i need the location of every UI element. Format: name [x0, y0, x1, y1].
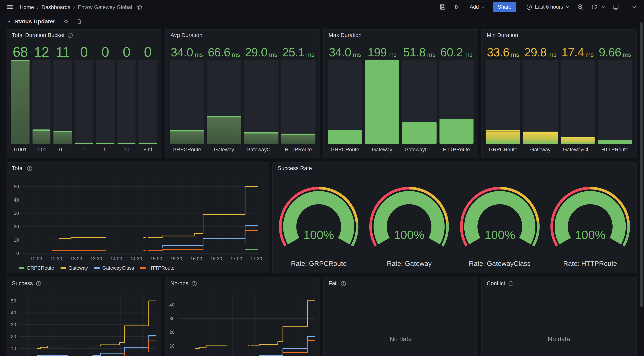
info-icon[interactable] [68, 32, 73, 38]
svg-text:50: 50 [14, 184, 19, 189]
bar-fill [328, 130, 362, 144]
bar-value: 0 [75, 42, 93, 59]
svg-text:50: 50 [11, 298, 16, 303]
bar-value: 34.0ms [170, 42, 204, 59]
svg-text:17:30: 17:30 [250, 256, 262, 261]
row-title[interactable]: Status Updater [14, 18, 55, 25]
info-icon[interactable] [508, 281, 514, 286]
bar-value: 25.1ms [281, 42, 316, 59]
bar-value: 199ms [365, 42, 399, 59]
bar-gauge-cell: 34.0msGRPCRoute [328, 42, 362, 154]
panel-title[interactable]: Total Duration Bucket [12, 32, 64, 38]
bar-fill [439, 119, 474, 144]
gauge-label: Rate: Gateway [387, 260, 432, 268]
refresh-icon[interactable] [590, 2, 599, 12]
svg-text:30: 30 [11, 322, 16, 327]
menu-toggle-icon[interactable] [5, 2, 15, 12]
breadcrumb-separator: › [37, 4, 38, 10]
row-collapse-chevron-icon[interactable] [6, 19, 11, 24]
panel-title[interactable]: Min Duration [487, 32, 518, 38]
row-settings-gear-icon[interactable] [61, 17, 71, 26]
panel-title[interactable]: Success Rate [278, 165, 312, 171]
save-dashboard-icon[interactable] [438, 2, 447, 12]
bar-fill [75, 143, 93, 144]
bar-track [244, 60, 278, 144]
bar-track [439, 60, 474, 144]
bar-label: Gateway [365, 144, 399, 154]
breadcrumb-home[interactable]: Home [20, 4, 34, 10]
bar-label: 0.1 [54, 144, 72, 154]
refresh-interval-chevron-icon[interactable] [601, 2, 606, 12]
toolbar-divider [625, 4, 625, 10]
svg-text:40: 40 [11, 310, 16, 315]
svg-text:100%: 100% [394, 228, 424, 241]
bar-fill [365, 60, 399, 144]
vertical-scrollbar[interactable] [640, 22, 643, 307]
breadcrumb-separator: › [73, 4, 75, 10]
svg-text:20: 20 [11, 334, 16, 339]
bar-gauge-cell: 010 [117, 42, 136, 154]
panel-title[interactable]: Avg Duration [170, 32, 202, 38]
svg-text:16:00: 16:00 [190, 256, 202, 261]
bar-label: 1 [75, 144, 93, 154]
panel-total-duration-bucket: Total Duration Bucket 680.001120.01110.1… [6, 29, 162, 158]
bar-track [138, 60, 157, 144]
legend-item[interactable]: HTTPRoute [140, 265, 174, 271]
svg-text:40: 40 [14, 197, 19, 203]
bar-gauge-cell: 51.8msGatewayCl... [402, 42, 436, 154]
zoom-out-icon[interactable] [576, 2, 585, 12]
legend-item[interactable]: Gateway [60, 265, 88, 271]
info-icon[interactable] [26, 166, 32, 171]
breadcrumb-dashboards[interactable]: Dashboards [42, 4, 70, 10]
bar-label: Gateway [207, 144, 241, 154]
share-button[interactable]: Share [493, 2, 516, 12]
kiosk-mode-monitor-icon[interactable] [611, 2, 620, 12]
panel-title[interactable]: Total [12, 165, 24, 171]
dashboard-settings-gear-icon[interactable] [452, 2, 461, 12]
bar-gauge-cell: 110.1 [54, 42, 72, 154]
svg-text:14:00: 14:00 [110, 256, 122, 261]
panel-no-ops: No-ops 10203040 [165, 277, 320, 356]
panel-title[interactable]: Success [12, 280, 33, 286]
breadcrumb: Home › Dashboards › Envoy Gateway Global [20, 2, 145, 12]
bar-gauge-cell: 29.0msGatewayCl... [244, 42, 278, 154]
bar-gauge-cell: 66.6msGateway [207, 42, 241, 154]
bar-track [523, 60, 557, 144]
add-button[interactable]: Add [466, 2, 489, 13]
svg-text:13:00: 13:00 [70, 256, 82, 261]
bar-value: 29.0ms [244, 42, 278, 59]
bar-value: 0 [96, 42, 114, 59]
time-range-picker[interactable]: Last 6 hours [524, 2, 571, 12]
bar-fill [32, 129, 51, 144]
info-icon[interactable] [191, 281, 197, 286]
info-icon[interactable] [340, 281, 346, 286]
bar-value: 60.2ms [439, 42, 474, 59]
bar-gauge: 33.6msGRPCRoute29.8msGateway17.4msGatewa… [486, 42, 632, 154]
toolbar-collapse-chevron-icon[interactable] [629, 2, 639, 12]
svg-text:15:30: 15:30 [170, 256, 182, 261]
bar-label: GatewayCl... [402, 144, 436, 154]
bar-value: 0 [117, 42, 136, 59]
svg-text:100%: 100% [484, 228, 515, 241]
dashboard-canvas: Status Updater Total Duration Bucket 680… [0, 15, 644, 356]
bar-value: 0 [138, 42, 157, 59]
row-delete-trash-icon[interactable] [74, 17, 84, 26]
favorite-star-icon[interactable] [135, 2, 145, 12]
chart-legend: GRPCRouteGatewayGatewayClassHTTPRoute [18, 265, 174, 271]
legend-item[interactable]: GRPCRoute [18, 265, 54, 271]
bar-track [328, 60, 362, 144]
bar-label: HTTPRoute [439, 144, 474, 154]
toolbar-divider [520, 4, 520, 10]
svg-text:12:00: 12:00 [30, 256, 42, 261]
panel-title[interactable]: Max Duration [328, 32, 362, 38]
bar-label: +Inf [138, 144, 157, 154]
panel-title[interactable]: No-ops [170, 280, 188, 286]
bar-fill [560, 137, 595, 144]
panel-title[interactable]: Conflict [487, 280, 505, 286]
panel-avg-duration: Avg Duration 34.0msGRPCRoute66.6msGatewa… [165, 29, 320, 158]
legend-item[interactable]: GatewayClass [94, 265, 134, 271]
svg-text:20: 20 [14, 224, 19, 229]
panel-title[interactable]: Fail [328, 280, 338, 286]
bar-track [75, 60, 93, 144]
info-icon[interactable] [36, 281, 42, 286]
